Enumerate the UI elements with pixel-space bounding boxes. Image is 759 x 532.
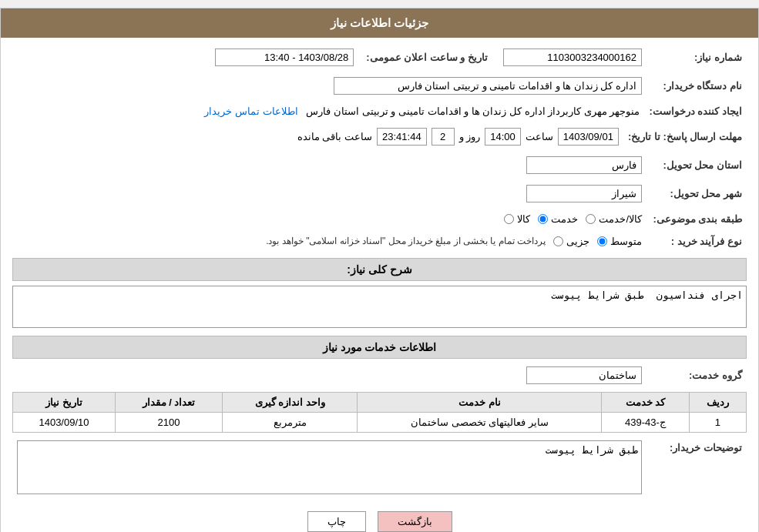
col-row: ردیف [689, 393, 746, 413]
deadline-time-label: ساعت [526, 131, 553, 142]
col-name: نام خدمت [358, 393, 602, 413]
purchase-type-radio-jozii[interactable] [553, 236, 563, 246]
province-label: استان محل تحویل: [646, 153, 747, 177]
cell-unit: مترمربع [222, 413, 357, 433]
announcement-label: تاریخ و ساعت اعلان عمومی: [358, 45, 492, 69]
deadline-label: مهلت ارسال پاسخ: تا تاریخ: [623, 125, 747, 149]
deadline-table: مهلت ارسال پاسخ: تا تاریخ: 1403/09/01 سا… [12, 125, 747, 149]
city-label: شهر محل تحویل: [646, 182, 747, 206]
category-option-kala: کالا [504, 213, 530, 225]
purchase-type-label-motavaset: متوسط [610, 236, 642, 247]
main-content: شماره نیاز: 1103003234000162 تاریخ و ساع… [1, 38, 758, 532]
purchase-type-radio-motavaset[interactable] [597, 236, 607, 246]
cell-date: 1403/09/10 [13, 413, 116, 433]
purchase-type-option-jozii: جزیی [553, 236, 589, 247]
services-section-header: اطلاعات خدمات مورد نیاز [12, 336, 747, 359]
description-textarea[interactable] [12, 286, 747, 328]
creator-contact-link[interactable]: اطلاعات تماس خریدار [204, 105, 297, 117]
province-table: استان محل تحویل: فارس [12, 153, 747, 177]
category-label-khedmat: خدمت [551, 213, 578, 225]
page-wrapper: جزئیات اطلاعات نیاز شماره نیاز: 11030032… [0, 8, 759, 532]
buyer-notes-table: توضیحات خریدار: [12, 437, 747, 500]
purchase-type-option-motavaset: متوسط [597, 236, 642, 247]
button-row: بازگشت چاپ [12, 511, 747, 532]
purchase-type-label-jozii: جزیی [566, 236, 589, 247]
back-button[interactable]: بازگشت [378, 511, 452, 532]
cell-name: سایر فعالیتهای تخصصی ساختمان [358, 413, 602, 433]
description-section-header: شرح کلی نیاز: [12, 258, 747, 281]
deadline-day-label: روز و [459, 131, 481, 142]
table-row: 1ج-43-439سایر فعالیتهای تخصصی ساختمانمتر… [13, 413, 747, 433]
deadline-remaining: 23:41:44 [377, 128, 427, 146]
cell-row: 1 [689, 413, 746, 433]
purchase-type-radio-group: متوسط جزیی [553, 236, 642, 247]
category-option-kala-khedmat: کالا/خدمت [586, 213, 642, 225]
category-radio-group: کالا/خدمت خدمت کالا [17, 213, 642, 225]
purchase-type-table: نوع فرآیند خرید : متوسط جزیی [12, 233, 747, 250]
col-quantity: تعداد / مقدار [115, 393, 222, 413]
purchase-note: پرداخت تمام یا بخشی از مبلغ خریداز محل "… [17, 236, 546, 246]
announcement-value: 1403/08/28 - 13:40 [215, 49, 354, 66]
creator-value: منوجهر مهری کاربرداز اداره کل زندان ها و… [306, 105, 640, 117]
service-group-table: گروه خدمت: ساختمان [12, 363, 747, 387]
category-table: طبقه بندی موضوعی: کالا/خدمت خدمت کالا [12, 210, 747, 228]
need-number-value: 1103003234000162 [503, 49, 642, 66]
services-table: ردیف کد خدمت نام خدمت واحد اندازه گیری ت… [12, 392, 747, 433]
org-table: نام دستگاه خریدار: اداره کل زندان ها و ا… [12, 74, 747, 98]
buyer-notes-textarea[interactable] [17, 440, 642, 494]
org-name-value: اداره کل زندان ها و اقدامات تامینی و ترب… [334, 77, 642, 95]
deadline-date: 1403/09/01 [558, 128, 619, 146]
deadline-remaining-label: ساعت باقی مانده [297, 131, 372, 142]
category-label-kala: کالا [517, 213, 530, 225]
buyer-notes-label: توضیحات خریدار: [646, 437, 747, 500]
org-name-label: نام دستگاه خریدار: [646, 74, 747, 98]
need-number-label: شماره نیاز: [646, 45, 747, 69]
cell-quantity: 2100 [115, 413, 222, 433]
category-label: طبقه بندی موضوعی: [646, 210, 747, 228]
deadline-time: 14:00 [485, 128, 521, 146]
print-button[interactable]: چاپ [307, 511, 366, 532]
col-code: کد خدمت [602, 393, 689, 413]
city-table: شهر محل تحویل: شیراز [12, 182, 747, 206]
category-radio-kala-khedmat[interactable] [586, 214, 596, 224]
top-info-table: شماره نیاز: 1103003234000162 تاریخ و ساع… [12, 45, 747, 69]
province-value: فارس [526, 156, 642, 174]
deadline-days: 2 [432, 128, 455, 146]
col-unit: واحد اندازه گیری [222, 393, 357, 413]
service-group-label: گروه خدمت: [646, 363, 747, 387]
city-value: شیراز [526, 185, 642, 202]
col-date: تاریخ نیاز [13, 393, 116, 413]
creator-table: ایجاد کننده درخواست: منوجهر مهری کاربردا… [12, 102, 747, 120]
category-radio-kala[interactable] [504, 214, 514, 224]
category-radio-khedmat[interactable] [538, 214, 548, 224]
page-title: جزئیات اطلاعات نیاز [1, 8, 758, 38]
category-label-kala-khedmat: کالا/خدمت [599, 213, 642, 225]
category-option-khedmat: خدمت [538, 213, 578, 225]
cell-code: ج-43-439 [602, 413, 689, 433]
creator-label: ایجاد کننده درخواست: [644, 102, 747, 120]
service-group-value: ساختمان [526, 366, 642, 384]
purchase-type-label: نوع فرآیند خرید : [646, 233, 747, 250]
